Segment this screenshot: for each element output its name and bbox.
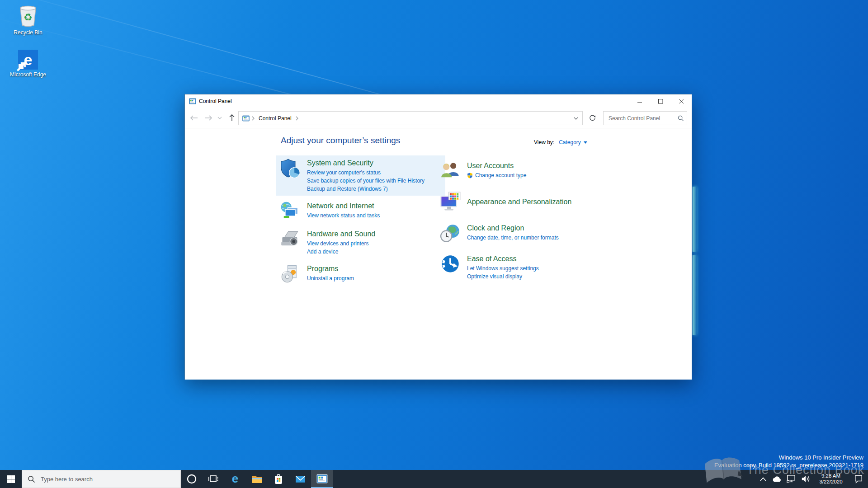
maximize-icon bbox=[658, 99, 663, 104]
category-programs: Programs Uninstall a program bbox=[276, 261, 445, 286]
desktop: ♻ Recycle Bin e ↗ Microsoft Edge Windows… bbox=[0, 0, 868, 488]
task-view-icon bbox=[208, 474, 219, 484]
watermark-line2: Evaluation copy. Build 19592.rs_prerelea… bbox=[714, 461, 863, 469]
recycle-bin-icon: ♻ bbox=[17, 5, 39, 28]
mail-icon bbox=[295, 474, 306, 485]
task-link[interactable]: View devices and printers bbox=[307, 239, 375, 248]
up-button[interactable] bbox=[226, 112, 238, 124]
watermark-line1: Windows 10 Pro Insider Preview bbox=[714, 454, 863, 461]
taskbar: e bbox=[0, 470, 868, 488]
clock-globe-icon bbox=[440, 223, 460, 243]
taskbar-clock[interactable]: 9:28 AM 3/22/2020 bbox=[813, 470, 849, 488]
category-title-link[interactable]: Programs bbox=[307, 264, 338, 273]
breadcrumb-separator-icon bbox=[252, 116, 255, 121]
control-panel-icon bbox=[189, 98, 196, 105]
view-by-dropdown[interactable]: Category bbox=[559, 139, 587, 145]
taskbar-app-cortana[interactable] bbox=[181, 470, 203, 488]
network-tray-icon[interactable] bbox=[784, 470, 798, 488]
category-title-link[interactable]: User Accounts bbox=[467, 161, 514, 170]
clock-time: 9:28 AM bbox=[813, 473, 849, 479]
forward-button[interactable] bbox=[202, 112, 215, 124]
onedrive-tray-icon[interactable] bbox=[769, 470, 784, 488]
task-link[interactable]: Save backup copies of your files with Fi… bbox=[307, 177, 425, 185]
task-link[interactable]: Uninstall a program bbox=[307, 274, 354, 282]
hidden-icons-button[interactable] bbox=[757, 470, 769, 488]
task-link[interactable]: Review your computer's status bbox=[307, 169, 425, 177]
close-button[interactable] bbox=[671, 94, 692, 108]
windows-build-watermark: Windows 10 Pro Insider Preview Evaluatio… bbox=[714, 454, 863, 469]
desktop-icon-microsoft-edge[interactable]: e ↗ Microsoft Edge bbox=[6, 50, 50, 78]
shortcut-arrow-icon: ↗ bbox=[19, 64, 24, 69]
category-title-link[interactable]: Hardware and Sound bbox=[307, 229, 375, 239]
refresh-icon bbox=[589, 115, 596, 122]
search-icon[interactable] bbox=[678, 115, 684, 122]
task-link[interactable]: Change account type bbox=[475, 171, 526, 179]
chevron-up-icon bbox=[760, 477, 766, 481]
shield-icon bbox=[280, 158, 301, 179]
control-panel-window: Control Panel bbox=[184, 94, 692, 380]
category-title-link[interactable]: Appearance and Personalization bbox=[467, 197, 571, 206]
wallpaper-neon-strip bbox=[693, 187, 697, 252]
program-box-icon bbox=[280, 264, 300, 284]
category-network-and-internet: Network and Internet View network status… bbox=[276, 198, 445, 224]
volume-tray-icon[interactable] bbox=[798, 470, 813, 488]
task-link[interactable]: Change date, time, or number formats bbox=[467, 234, 559, 242]
desktop-icon-label: Microsoft Edge bbox=[6, 71, 50, 78]
wallpaper-neon-strip bbox=[693, 255, 697, 335]
category-title-link[interactable]: Ease of Access bbox=[467, 254, 516, 263]
display-personalization-icon bbox=[440, 192, 461, 212]
action-center-button[interactable] bbox=[849, 470, 868, 488]
speaker-icon bbox=[801, 474, 811, 483]
category-user-accounts: User Accounts Ch bbox=[436, 158, 622, 183]
category-title-link[interactable]: Network and Internet bbox=[307, 201, 374, 211]
task-link[interactable]: Optimize visual display bbox=[467, 272, 539, 281]
view-by-label: View by: bbox=[534, 139, 554, 145]
forward-arrow-icon bbox=[204, 115, 213, 121]
task-link[interactable]: Add a device bbox=[307, 248, 375, 256]
control-panel-home: Adjust your computer’s settings View by:… bbox=[185, 128, 692, 380]
refresh-button[interactable] bbox=[585, 111, 599, 125]
taskbar-app-file-explorer[interactable] bbox=[246, 470, 268, 488]
start-button[interactable] bbox=[0, 470, 22, 488]
task-link[interactable]: Let Windows suggest settings bbox=[467, 264, 539, 272]
recent-locations-button[interactable] bbox=[216, 112, 224, 124]
address-bar[interactable]: Control Panel bbox=[238, 111, 583, 125]
breadcrumb-separator-icon bbox=[296, 116, 298, 121]
back-arrow-icon bbox=[189, 115, 198, 121]
store-icon bbox=[273, 473, 284, 485]
back-button[interactable] bbox=[188, 112, 200, 124]
control-panel-icon bbox=[242, 115, 250, 122]
category-title-link[interactable]: Clock and Region bbox=[467, 223, 524, 233]
uac-shield-icon bbox=[467, 173, 473, 178]
category-ease-of-access: Ease of Access Let Windows suggest setti… bbox=[436, 251, 622, 283]
taskbar-search-input[interactable] bbox=[40, 475, 180, 483]
search-input[interactable] bbox=[608, 115, 678, 122]
task-link[interactable]: View network status and tasks bbox=[307, 211, 380, 220]
taskbar-app-mail[interactable] bbox=[289, 470, 311, 488]
svg-text:e: e bbox=[232, 473, 238, 485]
file-explorer-icon bbox=[251, 473, 263, 485]
taskbar-app-edge[interactable]: e bbox=[224, 470, 246, 488]
category-title-link[interactable]: System and Security bbox=[307, 158, 373, 168]
control-panel-icon bbox=[316, 473, 328, 484]
category-appearance-and-personalization: Appearance and Personalization bbox=[436, 189, 622, 215]
taskbar-app-task-view[interactable] bbox=[203, 470, 224, 488]
desktop-icon-recycle-bin[interactable]: ♻ Recycle Bin bbox=[6, 5, 50, 36]
users-icon bbox=[440, 161, 460, 181]
windows-logo-icon bbox=[7, 475, 15, 483]
taskbar-app-control-panel[interactable] bbox=[311, 470, 333, 488]
taskbar-search-box[interactable] bbox=[22, 470, 181, 488]
printer-icon bbox=[280, 229, 300, 249]
maximize-button[interactable] bbox=[650, 94, 671, 108]
address-dropdown-button[interactable] bbox=[571, 113, 581, 124]
task-link[interactable]: Backup and Restore (Windows 7) bbox=[307, 185, 425, 193]
title-bar: Control Panel bbox=[185, 94, 692, 108]
minimize-button[interactable] bbox=[629, 94, 650, 108]
breadcrumb-item-control-panel[interactable]: Control Panel bbox=[257, 115, 293, 122]
taskbar-app-store[interactable] bbox=[268, 470, 289, 488]
ethernet-icon bbox=[786, 474, 796, 483]
control-panel-search-box[interactable] bbox=[603, 111, 687, 125]
edge-icon: e bbox=[229, 473, 241, 485]
cortana-icon bbox=[186, 474, 197, 484]
category-hardware-and-sound: Hardware and Sound View devices and prin… bbox=[276, 226, 445, 258]
